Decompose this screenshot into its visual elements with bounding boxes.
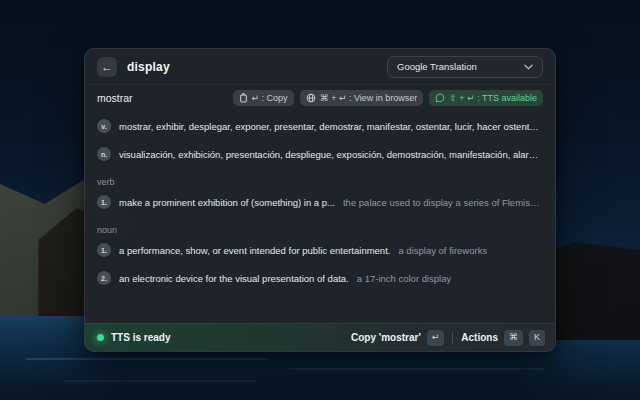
tts-available-label: ⇧ + ↵ : TTS available: [449, 93, 537, 103]
wallpaper-water-streak: [26, 358, 269, 360]
definition-row[interactable]: 1. a performance, show, or event intende…: [85, 236, 555, 264]
definition-example: the palace used to display a series of F…: [343, 197, 543, 208]
wallpaper-water-streak: [64, 380, 256, 382]
definition-number-badge: 2.: [97, 271, 111, 285]
chevron-down-icon: [524, 64, 533, 70]
translation-window: ← display Google Translation mostrar ↵ :…: [84, 48, 556, 352]
speech-bubble-icon: [435, 93, 445, 103]
view-in-browser-hint-label: ⌘ + ↵ : View in browser: [320, 93, 418, 103]
cmd-key-badge: ⌘: [504, 330, 523, 346]
page-title: display: [127, 60, 377, 74]
definition-text: make a prominent exhibition of (somethin…: [119, 197, 335, 208]
definition-text: an electronic device for the visual pres…: [119, 273, 349, 284]
definition-number-badge: 1.: [97, 195, 111, 209]
primary-action-label[interactable]: Copy 'mostrar': [351, 332, 421, 343]
wallpaper-water-streak: [288, 368, 544, 370]
clipboard-icon: [239, 93, 248, 103]
definition-text: a performance, show, or event intended f…: [119, 245, 390, 256]
pos-badge-noun: n.: [97, 147, 111, 161]
copy-hint-label: ↵ : Copy: [252, 93, 288, 103]
translation-row-verb[interactable]: v. mostrar, exhibir, desplegar, exponer,…: [85, 112, 555, 140]
actions-menu-label[interactable]: Actions: [461, 332, 498, 343]
results-list: v. mostrar, exhibir, desplegar, exponer,…: [85, 112, 555, 292]
globe-icon: [306, 93, 316, 103]
back-arrow-icon: ←: [101, 61, 113, 73]
query-row[interactable]: mostrar ↵ : Copy ⌘ + ↵ : View in browser…: [85, 85, 555, 112]
section-label-verb: verb: [85, 168, 555, 188]
provider-dropdown-label: Google Translation: [397, 61, 477, 72]
back-button[interactable]: ←: [97, 57, 117, 77]
section-label-noun: noun: [85, 216, 555, 236]
translation-text: mostrar, exhibir, desplegar, exponer, pr…: [119, 121, 543, 132]
definition-row[interactable]: 2. an electronic device for the visual p…: [85, 264, 555, 292]
query-text: mostrar: [97, 92, 227, 104]
pos-badge-verb: v.: [97, 119, 111, 133]
definition-number-badge: 1.: [97, 243, 111, 257]
definition-row[interactable]: 1. make a prominent exhibition of (somet…: [85, 188, 555, 216]
tts-available-badge: ⇧ + ↵ : TTS available: [429, 90, 543, 106]
copy-hint-badge: ↵ : Copy: [233, 90, 294, 106]
footer-actions: Copy 'mostrar' ↵ Actions ⌘ K: [351, 330, 545, 346]
footer-divider: [452, 332, 453, 344]
provider-dropdown[interactable]: Google Translation: [387, 56, 543, 78]
status-bar: TTS is ready Copy 'mostrar' ↵ Actions ⌘ …: [85, 323, 555, 351]
definition-example: a display of fireworks: [398, 245, 487, 256]
translation-text: visualización, exhibición, presentación,…: [119, 149, 543, 160]
window-header: ← display Google Translation: [85, 49, 555, 85]
view-in-browser-hint-badge: ⌘ + ↵ : View in browser: [300, 90, 424, 106]
k-key-badge: K: [529, 330, 545, 346]
tts-status-text: TTS is ready: [111, 332, 170, 343]
tts-status-icon: [97, 334, 104, 341]
definition-example: a 17-inch color display: [357, 273, 452, 284]
translation-row-noun[interactable]: n. visualización, exhibición, presentaci…: [85, 140, 555, 168]
enter-key-badge: ↵: [427, 330, 445, 346]
